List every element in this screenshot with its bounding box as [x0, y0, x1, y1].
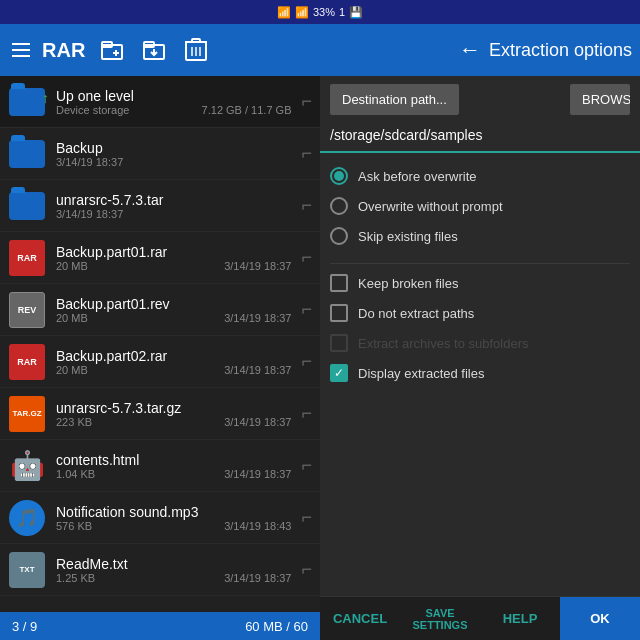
destination-path-button[interactable]: Destination path...	[330, 84, 459, 115]
add-archive-icon	[99, 37, 125, 63]
file-meta: 576 KB 3/14/19 18:43	[56, 520, 291, 532]
main-content: ↑ Up one level Device storage 7.12 GB / …	[0, 76, 640, 640]
android-icon: 🤖	[8, 447, 46, 485]
bracket-icon: ⌐	[301, 455, 312, 476]
radio-circle-ask	[330, 167, 348, 185]
list-item[interactable]: 🎵 Notification sound.mp3 576 KB 3/14/19 …	[0, 492, 320, 544]
bracket-icon: ⌐	[301, 91, 312, 112]
ok-button[interactable]: OK	[560, 597, 640, 640]
file-info: Backup.part01.rar 20 MB 3/14/19 18:37	[56, 244, 291, 272]
app-header: RAR	[0, 24, 640, 76]
delete-button[interactable]	[177, 31, 215, 69]
checkbox-box-keep-broken	[330, 274, 348, 292]
radio-circle-overwrite	[330, 197, 348, 215]
list-item[interactable]: 🤖 contents.html 1.04 KB 3/14/19 18:37 ⌐	[0, 440, 320, 492]
extraction-title: Extraction options	[489, 40, 632, 61]
checkbox-keep-broken[interactable]: Keep broken files	[320, 268, 640, 298]
list-item[interactable]: TAR.GZ unrarsrc-5.7.3.tar.gz 223 KB 3/14…	[0, 388, 320, 440]
bracket-icon: ⌐	[301, 507, 312, 528]
svg-rect-9	[192, 39, 200, 42]
file-meta: 20 MB 3/14/19 18:37	[56, 312, 291, 324]
divider	[330, 263, 630, 264]
file-meta: Device storage 7.12 GB / 11.7 GB	[56, 104, 291, 116]
file-name: Backup.part01.rar	[56, 244, 291, 260]
list-item[interactable]: ↑ Up one level Device storage 7.12 GB / …	[0, 76, 320, 128]
bracket-icon: ⌐	[301, 195, 312, 216]
file-list-panel: ↑ Up one level Device storage 7.12 GB / …	[0, 76, 320, 640]
list-item[interactable]: unrarsrc-5.7.3.tar 3/14/19 18:37 ⌐	[0, 180, 320, 232]
file-meta: 1.25 KB 3/14/19 18:37	[56, 572, 291, 584]
path-display: /storage/sdcard/samples	[320, 123, 640, 153]
bracket-icon: ⌐	[301, 247, 312, 268]
file-name: unrarsrc-5.7.3.tar.gz	[56, 400, 291, 416]
gz-icon: TAR.GZ	[8, 395, 46, 433]
list-item[interactable]: REV Backup.part01.rev 20 MB 3/14/19 18:3…	[0, 284, 320, 336]
file-name: Backup	[56, 140, 291, 156]
rar-icon: RAR	[8, 343, 46, 381]
file-meta: 223 KB 3/14/19 18:37	[56, 416, 291, 428]
file-meta: 20 MB 3/14/19 18:37	[56, 364, 291, 376]
add-archive-button[interactable]	[93, 31, 131, 69]
wifi-icon: 📶	[277, 6, 291, 19]
back-button[interactable]: ←	[459, 37, 481, 63]
bottom-buttons: CANCEL SAVE SETTINGS HELP OK	[320, 596, 640, 640]
cancel-button[interactable]: CANCEL	[320, 597, 400, 640]
file-info: contents.html 1.04 KB 3/14/19 18:37	[56, 452, 291, 480]
radio-ask-before-overwrite[interactable]: Ask before overwrite	[330, 161, 630, 191]
radio-overwrite-without-prompt[interactable]: Overwrite without prompt	[330, 191, 630, 221]
header-right: ← Extraction options	[459, 37, 632, 63]
menu-icon[interactable]	[8, 36, 34, 64]
checkbox-label-display: Display extracted files	[358, 366, 484, 381]
file-info: unrarsrc-5.7.3.tar 3/14/19 18:37	[56, 192, 291, 220]
list-item[interactable]: TXT ReadMe.txt 1.25 KB 3/14/19 18:37 ⌐	[0, 544, 320, 596]
checkbox-extract-to-subfolders[interactable]: Extract archives to subfolders	[320, 328, 640, 358]
file-name: Backup.part01.rev	[56, 296, 291, 312]
rar-icon: RAR	[8, 239, 46, 277]
folder-icon	[8, 135, 46, 173]
file-info: ReadMe.txt 1.25 KB 3/14/19 18:37	[56, 556, 291, 584]
checkbox-box-no-paths	[330, 304, 348, 322]
file-info: unrarsrc-5.7.3.tar.gz 223 KB 3/14/19 18:…	[56, 400, 291, 428]
checkbox-do-not-extract-paths[interactable]: Do not extract paths	[320, 298, 640, 328]
overwrite-options: Ask before overwrite Overwrite without p…	[320, 153, 640, 259]
options-panel: Destination path... BROWSE /storage/sdca…	[320, 76, 640, 640]
list-item[interactable]: RAR Backup.part01.rar 20 MB 3/14/19 18:3…	[0, 232, 320, 284]
txt-icon: TXT	[8, 551, 46, 589]
radio-skip-existing[interactable]: Skip existing files	[330, 221, 630, 251]
file-meta: 3/14/19 18:37	[56, 208, 291, 220]
file-name: Notification sound.mp3	[56, 504, 291, 520]
size-info: 60 MB / 60	[245, 619, 308, 634]
bracket-icon: ⌐	[301, 559, 312, 580]
notification-badge: 1	[339, 6, 345, 18]
header-left: RAR	[8, 31, 208, 69]
app-title: RAR	[42, 39, 85, 62]
list-item[interactable]: RAR Backup.part02.rar 20 MB 3/14/19 18:3…	[0, 336, 320, 388]
browse-button[interactable]: BROWSE	[570, 84, 630, 115]
radio-circle-skip	[330, 227, 348, 245]
signal-icon: 📶	[295, 6, 309, 19]
radio-label-overwrite: Overwrite without prompt	[358, 199, 503, 214]
file-name: contents.html	[56, 452, 291, 468]
delete-icon	[185, 37, 207, 63]
bracket-icon: ⌐	[301, 143, 312, 164]
checkbox-display-extracted[interactable]: Display extracted files	[320, 358, 640, 388]
file-name: Backup.part02.rar	[56, 348, 291, 364]
folder-up-icon: ↑	[8, 83, 46, 121]
save-settings-button[interactable]: SAVE SETTINGS	[400, 597, 480, 640]
file-name: ReadMe.txt	[56, 556, 291, 572]
battery-text: 33%	[313, 6, 335, 18]
extract-icon	[141, 37, 167, 63]
checkbox-label-subfolders: Extract archives to subfolders	[358, 336, 529, 351]
extract-button[interactable]	[135, 31, 173, 69]
bracket-icon: ⌐	[301, 403, 312, 424]
list-item[interactable]: Backup 3/14/19 18:37 ⌐	[0, 128, 320, 180]
help-button[interactable]: HELP	[480, 597, 560, 640]
header-icons	[93, 31, 215, 69]
status-bar: 📶 📶 33% 1 💾	[0, 0, 640, 24]
checkbox-label-keep-broken: Keep broken files	[358, 276, 458, 291]
music-icon: 🎵	[8, 499, 46, 537]
file-info: Backup.part01.rev 20 MB 3/14/19 18:37	[56, 296, 291, 324]
checkbox-box-subfolders	[330, 334, 348, 352]
file-info: Up one level Device storage 7.12 GB / 11…	[56, 88, 291, 116]
file-name: Up one level	[56, 88, 291, 104]
